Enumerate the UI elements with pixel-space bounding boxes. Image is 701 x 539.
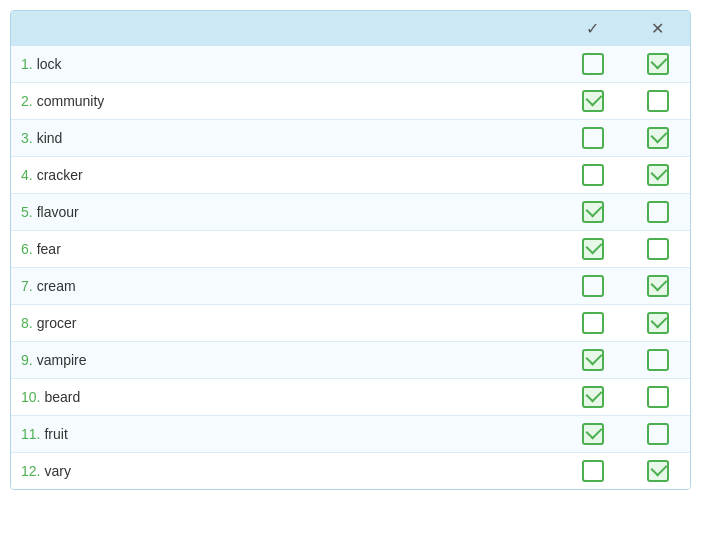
check-cell[interactable] xyxy=(560,453,625,490)
item-text: vary xyxy=(44,463,70,479)
item-number: 8. xyxy=(21,315,33,331)
check-checkbox[interactable] xyxy=(582,349,604,371)
item-number: 6. xyxy=(21,241,33,257)
x-checkbox[interactable] xyxy=(647,460,669,482)
check-checkbox[interactable] xyxy=(582,275,604,297)
item-number: 4. xyxy=(21,167,33,183)
table-row: 6.fear xyxy=(11,231,690,268)
x-checkbox[interactable] xyxy=(647,201,669,223)
item-label-cell: 10.beard xyxy=(11,379,560,416)
table-row: 12.vary xyxy=(11,453,690,490)
item-number: 5. xyxy=(21,204,33,220)
check-cell[interactable] xyxy=(560,194,625,231)
item-text: grocer xyxy=(37,315,77,331)
check-checkbox[interactable] xyxy=(582,460,604,482)
check-cell[interactable] xyxy=(560,46,625,83)
item-text: fear xyxy=(37,241,61,257)
item-number: 10. xyxy=(21,389,40,405)
check-checkbox[interactable] xyxy=(582,312,604,334)
x-checkbox[interactable] xyxy=(647,53,669,75)
check-checkbox[interactable] xyxy=(582,53,604,75)
check-cell[interactable] xyxy=(560,157,625,194)
x-cell[interactable] xyxy=(625,83,690,120)
item-text: lock xyxy=(37,56,62,72)
item-text: cracker xyxy=(37,167,83,183)
table-row: 8.grocer xyxy=(11,305,690,342)
table-row: 1.lock xyxy=(11,46,690,83)
x-checkbox[interactable] xyxy=(647,164,669,186)
item-label-cell: 3.kind xyxy=(11,120,560,157)
check-checkbox[interactable] xyxy=(582,238,604,260)
x-checkbox[interactable] xyxy=(647,349,669,371)
item-text: kind xyxy=(37,130,63,146)
item-text: fruit xyxy=(44,426,67,442)
check-cell[interactable] xyxy=(560,379,625,416)
check-cell[interactable] xyxy=(560,416,625,453)
item-number: 11. xyxy=(21,426,40,442)
check-cell[interactable] xyxy=(560,83,625,120)
x-cell[interactable] xyxy=(625,231,690,268)
x-cell[interactable] xyxy=(625,157,690,194)
check-cell[interactable] xyxy=(560,120,625,157)
item-number: 2. xyxy=(21,93,33,109)
item-label-cell: 1.lock xyxy=(11,46,560,83)
x-checkbox[interactable] xyxy=(647,90,669,112)
x-cell[interactable] xyxy=(625,46,690,83)
x-checkbox[interactable] xyxy=(647,386,669,408)
header-label-col xyxy=(11,11,560,46)
item-text: vampire xyxy=(37,352,87,368)
check-checkbox[interactable] xyxy=(582,423,604,445)
x-cell[interactable] xyxy=(625,416,690,453)
header-check-col: ✓ xyxy=(560,11,625,46)
main-table-container: ✓ ✕ 1.lock2.community3.kind4.cracker5.fl… xyxy=(10,10,691,490)
item-number: 9. xyxy=(21,352,33,368)
x-cell[interactable] xyxy=(625,194,690,231)
quiz-table: ✓ ✕ 1.lock2.community3.kind4.cracker5.fl… xyxy=(11,11,690,489)
x-checkbox[interactable] xyxy=(647,127,669,149)
item-number: 12. xyxy=(21,463,40,479)
table-row: 2.community xyxy=(11,83,690,120)
item-label-cell: 6.fear xyxy=(11,231,560,268)
check-checkbox[interactable] xyxy=(582,90,604,112)
check-checkbox[interactable] xyxy=(582,386,604,408)
check-checkbox[interactable] xyxy=(582,201,604,223)
item-number: 1. xyxy=(21,56,33,72)
x-cell[interactable] xyxy=(625,379,690,416)
item-label-cell: 5.flavour xyxy=(11,194,560,231)
x-cell[interactable] xyxy=(625,120,690,157)
x-cell[interactable] xyxy=(625,268,690,305)
item-text: community xyxy=(37,93,105,109)
item-label-cell: 9.vampire xyxy=(11,342,560,379)
table-row: 7.cream xyxy=(11,268,690,305)
item-text: flavour xyxy=(37,204,79,220)
check-cell[interactable] xyxy=(560,342,625,379)
table-header-row: ✓ ✕ xyxy=(11,11,690,46)
item-number: 3. xyxy=(21,130,33,146)
table-row: 5.flavour xyxy=(11,194,690,231)
item-number: 7. xyxy=(21,278,33,294)
item-label-cell: 12.vary xyxy=(11,453,560,490)
item-text: cream xyxy=(37,278,76,294)
x-checkbox[interactable] xyxy=(647,275,669,297)
x-checkbox[interactable] xyxy=(647,238,669,260)
table-row: 3.kind xyxy=(11,120,690,157)
check-cell[interactable] xyxy=(560,305,625,342)
x-checkbox[interactable] xyxy=(647,312,669,334)
x-cell[interactable] xyxy=(625,342,690,379)
item-text: beard xyxy=(44,389,80,405)
check-checkbox[interactable] xyxy=(582,164,604,186)
item-label-cell: 7.cream xyxy=(11,268,560,305)
x-checkbox[interactable] xyxy=(647,423,669,445)
x-cell[interactable] xyxy=(625,305,690,342)
table-row: 4.cracker xyxy=(11,157,690,194)
item-label-cell: 4.cracker xyxy=(11,157,560,194)
table-row: 10.beard xyxy=(11,379,690,416)
table-row: 9.vampire xyxy=(11,342,690,379)
x-cell[interactable] xyxy=(625,453,690,490)
table-row: 11.fruit xyxy=(11,416,690,453)
check-checkbox[interactable] xyxy=(582,127,604,149)
item-label-cell: 8.grocer xyxy=(11,305,560,342)
header-x-col: ✕ xyxy=(625,11,690,46)
check-cell[interactable] xyxy=(560,231,625,268)
check-cell[interactable] xyxy=(560,268,625,305)
